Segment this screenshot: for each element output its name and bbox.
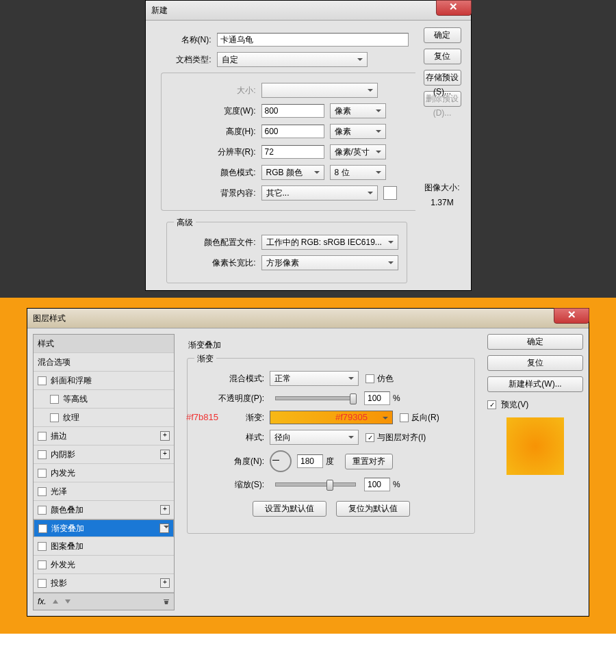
size-select[interactable]	[261, 83, 378, 98]
style-checkbox[interactable]	[38, 450, 47, 459]
style-list-item[interactable]: 斜面和浮雕	[34, 372, 174, 390]
bitdepth-select[interactable]: 8 位	[330, 165, 386, 180]
titlebar[interactable]: 图层样式 ✕	[27, 309, 589, 328]
annotation-color1: #f7b815	[186, 412, 218, 422]
plus-icon[interactable]: +	[159, 524, 169, 533]
reverse-label: 反向(R)	[411, 412, 439, 424]
new-document-dialog: 新建 ✕ 名称(N): 文档类型: 自定 大小: 宽度(W): 像素 高度(H)…	[145, 0, 472, 291]
style-checkbox[interactable]	[38, 376, 47, 385]
style-list-item[interactable]: 内发光	[34, 464, 174, 482]
aspect-select[interactable]: 方形像素	[261, 255, 398, 270]
plus-icon[interactable]: +	[160, 431, 170, 441]
bgcolor-swatch[interactable]	[383, 186, 397, 200]
aspect-label: 像素长宽比:	[175, 257, 261, 269]
style-checkbox[interactable]	[38, 506, 47, 515]
fx-label: fx.	[38, 597, 47, 606]
resolution-label: 分辨率(R):	[203, 146, 261, 158]
style-checkbox[interactable]	[50, 413, 59, 422]
style-checkbox[interactable]	[38, 469, 47, 478]
style-item-label: 描边	[51, 427, 67, 445]
colormode-select[interactable]: RGB 颜色	[261, 165, 324, 180]
style-list-item[interactable]: 颜色叠加+	[34, 501, 174, 519]
width-unit-select[interactable]: 像素	[330, 103, 386, 118]
arrow-down-icon[interactable]	[64, 598, 71, 605]
reset-button[interactable]: 复位	[424, 49, 461, 64]
style-item-label: 纹理	[63, 409, 79, 426]
ok-button[interactable]: 确定	[424, 27, 461, 43]
style-checkbox[interactable]: ✓	[38, 524, 47, 533]
close-icon[interactable]: ✕	[554, 308, 589, 324]
style-checkbox[interactable]	[38, 579, 47, 588]
style-item-label: 内阴影	[51, 445, 75, 463]
scale-label: 缩放(S):	[196, 479, 270, 491]
name-label: 名称(N):	[158, 34, 217, 46]
reverse-checkbox[interactable]	[400, 413, 409, 422]
delete-preset-button[interactable]: 删除预设(D)...	[424, 91, 461, 107]
style-list-item[interactable]: 图案叠加	[34, 537, 174, 556]
plus-icon[interactable]: +	[160, 450, 170, 459]
scale-input[interactable]	[364, 478, 390, 491]
close-icon[interactable]: ✕	[436, 0, 472, 16]
style-list-item[interactable]: 内阴影+	[34, 445, 174, 464]
arrow-up-icon[interactable]	[52, 598, 59, 605]
height-label: 高度(H):	[203, 126, 261, 138]
dither-label: 仿色	[377, 373, 394, 385]
reset-button[interactable]: 复位	[487, 355, 583, 371]
width-input[interactable]	[261, 104, 324, 118]
dither-checkbox[interactable]	[365, 374, 374, 383]
bgcontent-select[interactable]: 其它...	[261, 185, 378, 201]
reset-default-button[interactable]: 复位为默认值	[336, 501, 410, 517]
angle-dial[interactable]	[270, 450, 292, 472]
gradient-style-select[interactable]: 径向	[270, 430, 359, 445]
blendmode-select[interactable]: 正常	[270, 371, 359, 386]
style-item-label: 等高线	[63, 390, 88, 408]
blend-options-row[interactable]: 混合选项	[34, 353, 174, 372]
name-input[interactable]	[217, 33, 409, 47]
gradient-swatch[interactable]	[270, 411, 393, 424]
style-checkbox[interactable]	[38, 542, 47, 551]
style-list-item[interactable]: 纹理	[34, 409, 174, 427]
new-style-button[interactable]: 新建样式(W)...	[487, 376, 583, 392]
angle-input[interactable]	[297, 454, 323, 468]
titlebar[interactable]: 新建 ✕	[146, 1, 471, 21]
blendmode-label: 混合模式:	[196, 373, 270, 385]
style-list-item[interactable]: 光泽	[34, 482, 174, 501]
style-label: 样式:	[196, 432, 270, 443]
profile-select[interactable]: 工作中的 RGB: sRGB IEC619...	[261, 235, 398, 250]
gradient-group-label: 渐变	[194, 353, 216, 365]
resolution-unit-select[interactable]: 像素/英寸	[330, 144, 386, 159]
style-list-item[interactable]: 等高线	[34, 390, 174, 409]
align-label: 与图层对齐(I)	[377, 432, 426, 443]
plus-icon[interactable]: +	[160, 578, 170, 588]
style-checkbox[interactable]	[50, 395, 59, 404]
reset-align-button[interactable]: 重置对齐	[345, 454, 393, 469]
set-default-button[interactable]: 设置为默认值	[253, 501, 326, 517]
style-checkbox[interactable]	[38, 432, 47, 441]
preview-checkbox[interactable]: ✓	[487, 400, 496, 409]
opacity-label: 不透明度(P):	[196, 393, 270, 404]
style-list-header: 样式	[34, 335, 174, 353]
height-input[interactable]	[261, 125, 324, 138]
align-checkbox[interactable]: ✓	[365, 433, 374, 442]
style-list-item[interactable]: 投影+	[34, 574, 174, 593]
style-item-label: 图案叠加	[51, 537, 84, 555]
doctype-select[interactable]: 自定	[217, 52, 368, 67]
panel-title: 渐变叠加	[188, 339, 475, 351]
style-list-item[interactable]: 外发光	[34, 556, 174, 574]
scale-slider[interactable]	[275, 482, 356, 487]
size-label: 大小:	[203, 85, 261, 96]
trash-icon[interactable]	[163, 598, 170, 605]
style-checkbox[interactable]	[38, 487, 47, 496]
opacity-input[interactable]	[364, 391, 390, 405]
style-list: 样式 混合选项 斜面和浮雕等高线纹理描边+内阴影+内发光光泽颜色叠加+✓渐变叠加…	[33, 334, 175, 610]
plus-icon[interactable]: +	[160, 505, 170, 515]
style-list-item[interactable]: ✓渐变叠加+	[34, 519, 174, 537]
ok-button[interactable]: 确定	[487, 334, 583, 350]
style-checkbox[interactable]	[38, 560, 47, 569]
bgcontent-label: 背景内容:	[203, 188, 261, 199]
save-preset-button[interactable]: 存储预设(S)...	[424, 70, 461, 86]
height-unit-select[interactable]: 像素	[330, 124, 386, 139]
style-list-item[interactable]: 描边+	[34, 427, 174, 445]
opacity-slider[interactable]	[275, 396, 356, 400]
resolution-input[interactable]	[261, 145, 324, 159]
